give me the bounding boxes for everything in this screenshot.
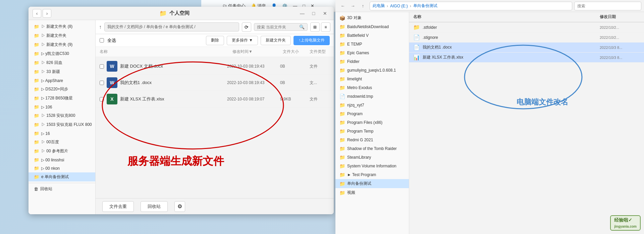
sidebar-item-7[interactable]: 📁 ▷ DS220+同步 xyxy=(29,85,95,94)
folder-icon: 📁 xyxy=(339,24,345,29)
more-ops-button[interactable]: 更多操作 ▼ xyxy=(227,36,258,45)
file-checkbox-2[interactable] xyxy=(100,97,104,101)
breadcrumb-part-1[interactable]: AIGO (E:) xyxy=(390,4,408,8)
toolbar: ↑ 我的文件 / 文档同步 / 单向备份 / e 单向备份测试 / ⟳ 🔍 ⊞ … xyxy=(96,20,334,34)
breadcrumb-text: 我的文件 / 文档同步 / 单向备份 / e 单向备份测试 / xyxy=(107,24,196,30)
sidebar-item-0[interactable]: 📁 ▷ 新建文件夹 (8) xyxy=(29,22,95,31)
exp-back-button[interactable]: ← xyxy=(338,2,347,10)
exp-item-limelight[interactable]: 📁 limelight xyxy=(335,75,409,83)
minimize-button[interactable]: — xyxy=(298,10,307,17)
folder-icon: 📁 xyxy=(339,85,345,90)
explorer-column-header: 名称 修改日期 xyxy=(409,12,644,22)
sidebar-item-14[interactable]: 📁 ▷ 00 参考图片 xyxy=(29,147,95,156)
exp-file-date-3: 2022/10/3 8... xyxy=(600,56,640,60)
personal-window-titlebar: ‹ › 📁 个人空间 — □ ✕ xyxy=(29,7,334,20)
upload-button[interactable]: ↑上传电脑文件 xyxy=(293,36,330,45)
exp-item-backup-test[interactable]: 📁 单向备份测试 xyxy=(335,179,409,188)
exp-item-baidu[interactable]: 📁 BaiduNetdiskDownload xyxy=(335,22,409,31)
sort-button[interactable]: ≡ xyxy=(321,22,330,32)
exp-item-redmi[interactable]: 📁 Redmi G 2021 xyxy=(335,136,409,144)
file-row-1[interactable]: W 我的文档1 .docx 2022-10-03 08:19:43 0B 文..… xyxy=(96,75,334,91)
exp-item-fiddler[interactable]: 📁 Fiddler xyxy=(335,57,409,66)
sidebar-item-11[interactable]: 📁 ▷ 1503 安钛克箱 FLUX 800 xyxy=(29,120,95,129)
exp-row-stignore[interactable]: 📄 .stignore 2022/10/2... xyxy=(409,32,644,43)
sidebar-item-10[interactable]: 📁 ▷ 1528 安钛克800 xyxy=(29,111,95,120)
sidebar-item-8[interactable]: 📁 ▷ 1728 B650微星 xyxy=(29,94,95,103)
folder-icon: 📁 xyxy=(339,163,345,169)
settings-gear-button[interactable]: ⚙ xyxy=(174,201,185,212)
sidebar-item-4[interactable]: 📁 ▷ 826 回血 xyxy=(29,58,95,67)
exp-item-msdownld[interactable]: 📄 msdownld.tmp xyxy=(335,92,409,101)
exp-row-xlsx[interactable]: 📊 新建 XLSX 工作表.xlsx 2022/10/3 8... xyxy=(409,53,644,63)
sidebar-item-5[interactable]: 📁 ▷ 33 新疆 xyxy=(29,67,95,76)
recycle-button[interactable]: 回收站 xyxy=(141,201,168,212)
excel-file-icon: 📊 xyxy=(413,54,420,61)
exp-item-program-files[interactable]: 📁 Program Files (x86) xyxy=(335,118,409,127)
3d-folder-icon: 📦 xyxy=(339,15,345,21)
file-list-header: 名称 修改时间▼ 文件大小 文件类型 xyxy=(96,47,334,57)
exp-item-epicgames[interactable]: 📁 Epic Games xyxy=(335,49,409,57)
nav-back-button[interactable]: ‹ xyxy=(33,9,41,18)
refresh-button[interactable]: ⟳ xyxy=(242,22,251,32)
sidebar-item-16[interactable]: 📁 ▷ 00 nkon xyxy=(29,164,95,172)
sidebar-item-recycle[interactable]: 🗑 回收站 xyxy=(29,184,95,193)
folder-icon: 📁 xyxy=(159,10,167,17)
sidebar-item-12[interactable]: 📁 ▷ 16 xyxy=(29,129,95,138)
exp-item-metro[interactable]: 📁 Metro Exodus xyxy=(335,83,409,92)
exp-row-docx[interactable]: 📄 我的文档1 .docx 2022/10/3 8... xyxy=(409,43,644,53)
close-button[interactable]: ✕ xyxy=(320,10,330,17)
exp-item-program[interactable]: 📁 Program xyxy=(335,109,409,118)
delete-button[interactable]: 删除 xyxy=(206,36,224,45)
exp-item-njzq[interactable]: 📁 njzq_xyt7 xyxy=(335,101,409,109)
nav-forward-button[interactable]: › xyxy=(43,9,51,18)
file-size-2: 9.9KB xyxy=(280,97,307,101)
folder-icon: 📁 xyxy=(34,174,39,179)
select-all-checkbox[interactable] xyxy=(100,38,104,43)
sidebar-item-3[interactable]: 📁 ▷ y凯立德C530 xyxy=(29,49,95,58)
window-title-area: 📁 个人空间 xyxy=(54,10,295,17)
exp-forward-button[interactable]: → xyxy=(348,2,358,10)
breadcrumb-part-0[interactable]: 此电脑 xyxy=(373,3,385,9)
exp-item-program-temp[interactable]: 📁 Program Temp xyxy=(335,127,409,136)
explorer-search-input[interactable] xyxy=(574,2,641,10)
exp-item-sysvolinfo[interactable]: 📁 System Volume Information xyxy=(335,162,409,170)
exp-item-shadow[interactable]: 📁 Shadow of the Tomb Raider xyxy=(335,144,409,153)
file-checkbox-1[interactable] xyxy=(100,81,104,85)
sidebar-item-2[interactable]: 📁 ▷ 新建文件夹 (9) xyxy=(29,40,95,49)
search-input[interactable] xyxy=(257,25,298,29)
folder-icon: 📁 xyxy=(339,129,345,134)
up-button[interactable]: ↑ xyxy=(99,24,102,30)
dedup-button[interactable]: 文件去重 xyxy=(102,201,134,212)
new-folder-button[interactable]: 新建文件夹 xyxy=(261,36,291,45)
exp-item-3d[interactable]: 📦 3D 对象 xyxy=(335,13,409,22)
sidebar-item-e-backup[interactable]: 📁 e 单向备份测试 xyxy=(29,172,95,181)
sidebar-item-15[interactable]: 📁 ▷ 00 linsshsi xyxy=(29,156,95,164)
folder-icon: 📁 xyxy=(34,96,39,101)
folder-icon: 📁 xyxy=(339,120,345,125)
breadcrumb-part-2[interactable]: 单向备份测试 xyxy=(413,3,437,9)
file-row-0[interactable]: W 新建 DOCX 文档.docx 2022-10-03 08:19:43 0B… xyxy=(96,58,334,75)
view-options-button[interactable]: ⊞ xyxy=(310,22,320,32)
exp-row-stfolder[interactable]: 📁 .stfolder 2022/10/2... xyxy=(409,22,644,32)
sidebar-item-13[interactable]: 📁 ▷ 00百度 xyxy=(29,138,95,147)
sidebar-item-6[interactable]: 📁 ▷ AppShare xyxy=(29,76,95,85)
file-icon: 📄 xyxy=(413,34,420,41)
folder-icon: 📁 xyxy=(34,104,39,109)
maximize-button[interactable]: □ xyxy=(309,10,318,17)
explorer-nav-buttons: ← → ↑ xyxy=(338,2,368,10)
window-nav-buttons: ‹ › xyxy=(33,9,51,18)
sidebar-item-1[interactable]: 📁 ▷ 新建文件夹 xyxy=(29,31,95,40)
exp-item-video[interactable]: 📁 视频 xyxy=(335,188,409,197)
exp-item-etemp[interactable]: 📁 E TEMP xyxy=(335,40,409,49)
exp-item-gumu[interactable]: 📁 gumuliying_jueqiv1.0.608.1 xyxy=(335,66,409,75)
excel-icon-2: X xyxy=(107,94,117,104)
file-row-2[interactable]: X 新建 XLSX 工作表.xlsx 2022-10-03 08:19:07 9… xyxy=(96,91,334,107)
exp-item-steam[interactable]: 📁 SteamLibrary xyxy=(335,153,409,162)
exp-item-testprogram[interactable]: 📁 ► Test Program xyxy=(335,170,409,179)
file-checkbox-0[interactable] xyxy=(100,64,104,69)
exp-up-button[interactable]: ↑ xyxy=(358,2,368,10)
exp-item-battlefield[interactable]: 📁 Battlefield V xyxy=(335,31,409,40)
explorer-sidebar: 📦 3D 对象 📁 BaiduNetdiskDownload 📁 Battlef… xyxy=(335,12,409,234)
sidebar-item-9[interactable]: 📁 ▷ 106 xyxy=(29,103,95,111)
search-icon: 🔍 xyxy=(299,24,305,29)
